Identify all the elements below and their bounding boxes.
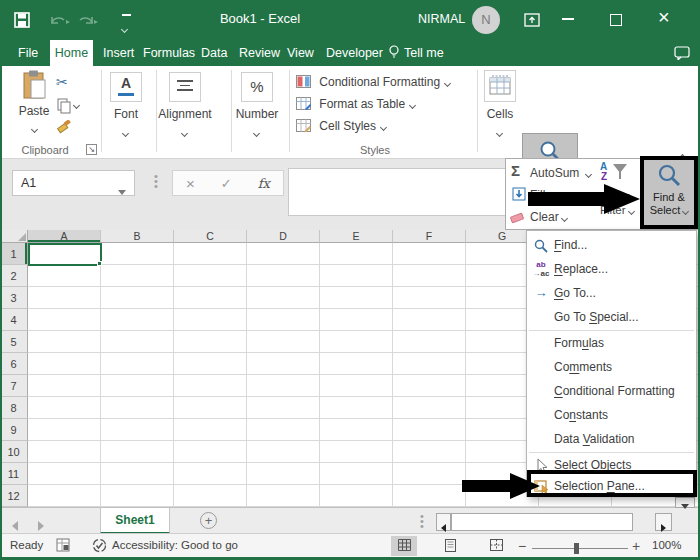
clipboard-dialog-launcher[interactable]: ↘: [86, 144, 97, 155]
accessibility-status[interactable]: Accessibility: Good to go: [112, 539, 238, 551]
column-header-A[interactable]: A: [28, 230, 101, 243]
formula-bar-handle[interactable]: •••: [154, 174, 158, 189]
column-header-B[interactable]: B: [101, 230, 174, 243]
view-page-layout-button[interactable]: [437, 536, 463, 556]
name-box-dropdown[interactable]: [118, 181, 126, 199]
zoom-level[interactable]: 100%: [652, 539, 681, 551]
row-header-7[interactable]: 7: [0, 375, 28, 397]
row-header-10[interactable]: 10: [0, 441, 28, 463]
sheet-tab-bar: Sheet1 + •••: [0, 507, 700, 533]
autosum-button[interactable]: AutoSum: [530, 166, 591, 180]
ribbon-display-options-button[interactable]: [524, 12, 540, 32]
minimize-icon: [562, 18, 574, 20]
row-header-3[interactable]: 3: [0, 287, 28, 309]
close-button[interactable]: ×: [658, 6, 670, 29]
tab-file[interactable]: File: [16, 40, 40, 66]
cells-group-chevron[interactable]: [497, 122, 502, 140]
menu-item-replace[interactable]: ab →ac Replace...: [527, 257, 696, 281]
redo-button[interactable]: [78, 13, 100, 32]
tab-view[interactable]: View: [285, 40, 316, 66]
tab-developer[interactable]: Developer: [324, 40, 385, 66]
maximize-button[interactable]: [610, 14, 622, 26]
cells-button[interactable]: [484, 70, 516, 102]
menu-item-find[interactable]: Find...: [527, 233, 696, 257]
tab-tell-me[interactable]: Tell me: [386, 40, 446, 66]
vertical-scrollbar-down-button[interactable]: [675, 497, 695, 508]
zoom-in-button[interactable]: +: [632, 538, 640, 554]
menu-item-constants[interactable]: Constants: [527, 403, 696, 427]
zoom-slider-thumb[interactable]: [574, 543, 579, 554]
number-group-chevron[interactable]: [254, 122, 259, 140]
cancel-button[interactable]: ×: [186, 175, 195, 192]
row-header-9[interactable]: 9: [0, 419, 28, 441]
new-sheet-button[interactable]: +: [200, 512, 217, 529]
font-group-chevron[interactable]: [123, 122, 128, 140]
menu-item-conditional-formatting[interactable]: Conditional Formatting: [527, 379, 696, 403]
user-name[interactable]: NIRMAL: [418, 12, 465, 26]
row-header-5[interactable]: 5: [0, 331, 28, 353]
column-header-E[interactable]: E: [320, 230, 393, 243]
tab-formulas[interactable]: Formulas: [141, 40, 197, 66]
column-header-F[interactable]: F: [393, 230, 466, 243]
tab-insert[interactable]: Insert: [101, 40, 136, 66]
active-cell-A1[interactable]: [28, 243, 102, 266]
redo-icon: [78, 13, 100, 28]
menu-item-go-to-special[interactable]: Go To Special...: [527, 305, 696, 329]
ribbon-tab-bar: File Home Insert Formulas Data Review Vi…: [0, 40, 700, 66]
row-header-4[interactable]: 4: [0, 309, 28, 331]
find-select-button[interactable]: Find & Select: [640, 156, 698, 229]
conditional-formatting-button[interactable]: Conditional Formatting: [296, 75, 450, 93]
cell-styles-button[interactable]: Cell Styles: [296, 119, 386, 137]
macro-record-button[interactable]: [56, 538, 70, 554]
row-header-6[interactable]: 6: [0, 353, 28, 375]
tab-home[interactable]: Home: [50, 40, 93, 66]
tab-bar-splitter[interactable]: •••: [420, 514, 424, 529]
undo-button[interactable]: [48, 13, 70, 32]
row-header-1[interactable]: 1: [0, 243, 28, 265]
cut-button[interactable]: ✂: [56, 74, 68, 90]
menu-item-data-validation[interactable]: Data Validation: [527, 427, 696, 451]
cells-group-label: Cells: [478, 107, 522, 121]
lightbulb-icon: [388, 45, 400, 59]
insert-function-button[interactable]: fx: [258, 176, 270, 191]
accessibility-checker-button[interactable]: [92, 538, 107, 555]
format-as-table-button[interactable]: Format as Table: [296, 97, 415, 115]
row-header-2[interactable]: 2: [0, 265, 28, 287]
select-all-button[interactable]: [0, 230, 28, 243]
comments-button[interactable]: [674, 46, 690, 64]
qat-customize-button[interactable]: [122, 14, 131, 36]
hscroll-left-button[interactable]: [436, 513, 451, 531]
copy-button[interactable]: [57, 98, 79, 118]
view-page-break-button[interactable]: [483, 536, 509, 556]
menu-item-go-to[interactable]: → Go To...: [527, 281, 696, 305]
avatar[interactable]: N: [472, 6, 500, 34]
menu-item-formulas[interactable]: Formulas: [527, 331, 696, 355]
hscroll-thumb[interactable]: [451, 513, 633, 531]
font-button[interactable]: A: [110, 72, 142, 102]
paste-button[interactable]: Paste: [12, 70, 56, 136]
zoom-out-button[interactable]: −: [518, 538, 526, 554]
format-painter-button[interactable]: [57, 120, 72, 139]
scroll-down-icon: [681, 504, 689, 509]
number-button[interactable]: %: [241, 72, 273, 102]
menu-item-comments[interactable]: Comments: [527, 355, 696, 379]
fill-handle[interactable]: [97, 261, 102, 266]
row-header-8[interactable]: 8: [0, 397, 28, 419]
minimize-button[interactable]: [562, 18, 574, 20]
sheet-tab-sheet1[interactable]: Sheet1: [100, 508, 170, 534]
tab-review[interactable]: Review: [237, 40, 282, 66]
hscroll-right-button[interactable]: [655, 513, 672, 531]
alignment-group-chevron[interactable]: [182, 122, 187, 140]
column-header-D[interactable]: D: [247, 230, 320, 243]
alignment-button[interactable]: [169, 72, 201, 102]
name-box[interactable]: A1: [12, 170, 135, 196]
replace-icon: ab →ac: [530, 257, 552, 281]
enter-button[interactable]: ✓: [221, 176, 232, 191]
column-header-C[interactable]: C: [174, 230, 247, 243]
zoom-slider-track[interactable]: [532, 548, 628, 549]
tab-data[interactable]: Data: [199, 40, 229, 66]
row-header-11[interactable]: 11: [0, 463, 28, 485]
save-button[interactable]: [14, 12, 30, 32]
view-normal-button[interactable]: [391, 536, 417, 556]
row-header-12[interactable]: 12: [0, 485, 28, 507]
